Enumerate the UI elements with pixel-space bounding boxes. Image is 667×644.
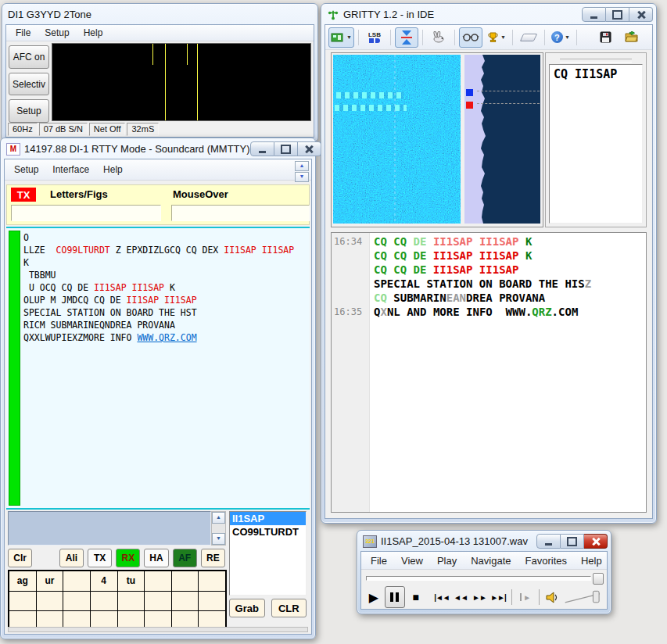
tx-indicator[interactable]: TX bbox=[11, 188, 36, 202]
gritty-display-panels: CQ II1SAP bbox=[325, 49, 652, 229]
tx-input-area[interactable] bbox=[8, 511, 211, 546]
menu-item-help[interactable]: Help bbox=[575, 553, 608, 569]
skip-end-button[interactable]: ►►| bbox=[490, 588, 506, 606]
help-icon[interactable]: ? ▼ bbox=[549, 27, 572, 48]
tuning-strip[interactable] bbox=[464, 55, 475, 224]
macro-cell[interactable] bbox=[145, 592, 171, 611]
gritty-rx-log[interactable]: 16:34CQ CQ DE II1SAP II1SAP KCQ CQ DE II… bbox=[331, 232, 647, 513]
fast-forward-button[interactable]: ►► bbox=[472, 588, 487, 606]
macro-cell[interactable] bbox=[63, 571, 90, 591]
re-button[interactable]: RE bbox=[201, 549, 225, 567]
spectrum-panel[interactable] bbox=[475, 55, 540, 224]
wav-titlebar[interactable]: 321 II1SAP_2015-04-13 131007.wav bbox=[357, 531, 611, 550]
menu-item-help[interactable]: Help bbox=[97, 162, 129, 177]
rewind-button[interactable]: ◄◄ bbox=[453, 588, 468, 606]
save-icon[interactable] bbox=[594, 27, 618, 48]
selectivity-button[interactable]: Selectiv bbox=[9, 73, 49, 96]
macro-cell[interactable] bbox=[9, 592, 36, 611]
mute-speaker-icon[interactable] bbox=[545, 588, 561, 606]
menu-item-help[interactable]: Help bbox=[77, 25, 109, 41]
maximize-button[interactable] bbox=[274, 141, 298, 156]
close-button[interactable] bbox=[584, 534, 608, 549]
maximize-button[interactable] bbox=[606, 7, 629, 22]
rx-text-line: QXXLWUPIEXZMORE INFO WWW.QRZ.COM bbox=[23, 331, 308, 344]
grab-clr-button[interactable]: CLR bbox=[271, 599, 307, 617]
macro-cell[interactable] bbox=[199, 571, 225, 591]
open-folder-icon[interactable] bbox=[620, 27, 644, 48]
skip-start-button[interactable]: |◄◄ bbox=[434, 588, 450, 606]
eraser-icon[interactable] bbox=[517, 27, 540, 48]
seek-slider-thumb[interactable] bbox=[593, 573, 604, 585]
macro-cell[interactable]: ag bbox=[9, 571, 36, 591]
macro-cell[interactable]: tu bbox=[118, 571, 145, 591]
volume-slider[interactable] bbox=[564, 588, 602, 606]
mouseover-field[interactable] bbox=[171, 205, 310, 221]
waterfall-display[interactable] bbox=[333, 55, 461, 224]
2tone-spectrum-display[interactable] bbox=[52, 43, 311, 121]
macro-cell[interactable] bbox=[63, 592, 90, 611]
text-run: K bbox=[525, 249, 532, 262]
macro-cell[interactable] bbox=[145, 571, 171, 591]
rx-text-area[interactable]: OLLZE CO99LTURDT Z EPXDIZLGCQ CQ DEX II1… bbox=[23, 230, 308, 506]
minimize-button[interactable] bbox=[536, 534, 561, 549]
menu-item-view[interactable]: View bbox=[395, 553, 429, 569]
af-button[interactable]: AF bbox=[173, 549, 197, 567]
maximize-button[interactable] bbox=[561, 534, 584, 549]
ha-button[interactable]: HA bbox=[144, 549, 168, 567]
menu-item-play[interactable]: Play bbox=[431, 553, 463, 569]
seek-slider[interactable] bbox=[366, 576, 591, 581]
splitter-grip[interactable] bbox=[560, 59, 632, 63]
close-button[interactable] bbox=[298, 141, 321, 156]
menu-item-file[interactable]: File bbox=[9, 25, 37, 41]
menu-item-setup[interactable]: Setup bbox=[8, 162, 45, 177]
menu-item-file[interactable]: File bbox=[364, 553, 393, 569]
turbo-rabbit-icon[interactable] bbox=[427, 27, 450, 48]
macro-cell[interactable] bbox=[172, 571, 199, 591]
signal-mark bbox=[187, 44, 188, 65]
list-item[interactable]: CO99LTURDT bbox=[230, 525, 306, 538]
macro-cell[interactable]: ur bbox=[37, 571, 63, 591]
tx-button[interactable]: TX bbox=[88, 549, 112, 567]
control-separator bbox=[511, 589, 512, 605]
tx-text-area[interactable]: CQ II1SAP bbox=[549, 64, 643, 224]
text-run[interactable]: WWW.QRZ.COM bbox=[137, 332, 196, 343]
play-button[interactable]: ▶ bbox=[366, 588, 382, 606]
minimize-button[interactable] bbox=[582, 7, 606, 22]
stop-button[interactable]: ■ bbox=[408, 588, 424, 606]
callsign-grab-list[interactable]: II1SAPCO99LTURDT bbox=[229, 511, 307, 596]
soundcard-icon[interactable]: ▼ bbox=[328, 27, 354, 48]
lsb-mode-icon[interactable]: LSB bbox=[363, 27, 386, 48]
macro-cell[interactable] bbox=[172, 592, 199, 611]
contest-trophy-icon[interactable]: ▼ bbox=[485, 27, 508, 48]
gritty-titlebar[interactable]: GRITTY 1.2 - in IDE bbox=[321, 4, 656, 23]
list-item[interactable]: II1SAP bbox=[230, 512, 306, 525]
setup-button[interactable]: Setup bbox=[9, 99, 49, 123]
minimize-button[interactable] bbox=[250, 141, 274, 156]
menu-item-setup[interactable]: Setup bbox=[38, 25, 75, 41]
rx-button[interactable]: RX bbox=[116, 549, 140, 567]
macro-cell[interactable]: 4 bbox=[91, 571, 117, 591]
afc-on-button[interactable]: AFC on bbox=[9, 45, 49, 69]
menu-item-interface[interactable]: Interface bbox=[46, 162, 95, 177]
scroll-up-button[interactable]: ▲ bbox=[212, 512, 225, 524]
pause-button[interactable] bbox=[385, 586, 405, 608]
rx-glasses-icon[interactable] bbox=[459, 27, 482, 48]
scroll-down-button[interactable]: ▼ bbox=[212, 533, 225, 545]
macro-cell[interactable] bbox=[199, 592, 225, 611]
tuning-indicator-icon[interactable] bbox=[395, 27, 418, 48]
macro-cell[interactable] bbox=[118, 592, 145, 611]
close-button[interactable] bbox=[629, 7, 653, 22]
spin-up-button[interactable]: ▲ bbox=[295, 161, 309, 171]
mmtty-titlebar[interactable]: M 14197.88 DI-1 RTTY Mode - Soundcard (M… bbox=[1, 138, 315, 158]
menu-item-navigate[interactable]: Navigate bbox=[464, 553, 517, 569]
clr-button[interactable]: Clr bbox=[8, 549, 32, 567]
ali-button[interactable]: Ali bbox=[59, 549, 84, 567]
macro-cell[interactable] bbox=[91, 592, 117, 611]
spin-down-button[interactable]: ▼ bbox=[295, 172, 309, 182]
2tone-titlebar[interactable]: DI1 G3YYD 2Tone bbox=[2, 4, 317, 23]
grab-button[interactable]: Grab bbox=[229, 599, 265, 617]
menu-item-favorites[interactable]: Favorites bbox=[519, 553, 573, 569]
macro-cell[interactable] bbox=[37, 592, 63, 611]
2tone-title: DI1 G3YYD 2Tone bbox=[8, 9, 91, 20]
letters-figs-field[interactable] bbox=[11, 205, 161, 221]
